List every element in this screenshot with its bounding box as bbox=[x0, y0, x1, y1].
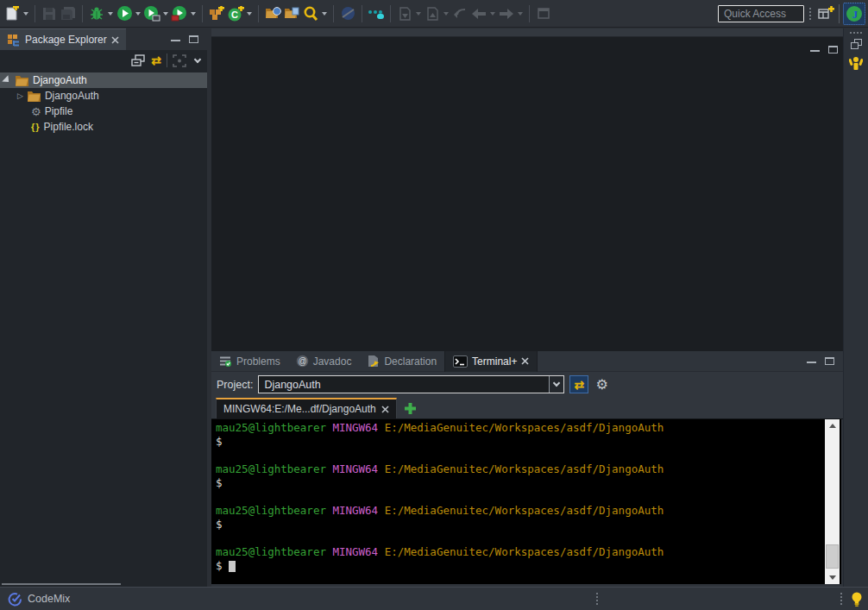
project-label: Project: bbox=[217, 379, 253, 391]
debug-button[interactable] bbox=[87, 3, 106, 25]
tree-row-djangoauth-sub[interactable]: ▷ DjangoAuth bbox=[0, 88, 207, 104]
previous-annotation-caret bbox=[443, 12, 449, 16]
horizontal-scrollbar[interactable] bbox=[2, 583, 121, 585]
terminal-launch-button[interactable] bbox=[367, 3, 386, 25]
terminal-cursor bbox=[229, 561, 236, 572]
search-button[interactable] bbox=[301, 3, 320, 25]
statusbar-drag-handle bbox=[840, 593, 842, 605]
terminal-scrollbar[interactable] bbox=[825, 419, 840, 584]
focus-icon bbox=[173, 54, 186, 67]
sync-arrows-icon: ⇄ bbox=[575, 379, 585, 391]
package-explorer-view: Package Explorer ⇄ bbox=[0, 28, 207, 587]
scrollbar-thumb[interactable] bbox=[826, 544, 839, 569]
new-terminal-button[interactable] bbox=[404, 402, 417, 415]
last-edit-location-button bbox=[450, 3, 469, 25]
tree-row-djangoauth[interactable]: DjangoAuth bbox=[0, 72, 207, 88]
open-resource-button[interactable] bbox=[282, 3, 301, 25]
profile-button[interactable] bbox=[170, 3, 189, 25]
project-tree: DjangoAuth ▷ DjangoAuth ⚙ Pipfile {} Pip… bbox=[0, 71, 207, 135]
minimize-view-icon[interactable] bbox=[171, 37, 180, 41]
prompt-user: mau25@lightbearer bbox=[216, 462, 326, 475]
maximize-editor-icon[interactable] bbox=[828, 46, 838, 53]
maximize-view-icon[interactable] bbox=[189, 35, 198, 43]
save-all-icon bbox=[60, 6, 76, 21]
prompt-path: E:/MediaGenuitec/Workspaces/asdf/DjangoA… bbox=[385, 421, 664, 434]
main-toolbar: C bbox=[0, 0, 868, 28]
terminal-launch-icon bbox=[368, 8, 385, 20]
tab-package-explorer[interactable]: Package Explorer bbox=[0, 28, 126, 50]
minimize-view-icon[interactable] bbox=[807, 359, 816, 363]
close-icon[interactable] bbox=[111, 36, 119, 44]
view-menu-icon[interactable] bbox=[194, 55, 201, 62]
new-class-button[interactable]: C bbox=[226, 3, 245, 25]
tree-row-pipfile-lock[interactable]: {} Pipfile.lock bbox=[0, 119, 207, 135]
open-resource-icon bbox=[284, 7, 300, 20]
svg-text:J: J bbox=[852, 8, 859, 21]
strip-drag-handle bbox=[850, 32, 862, 34]
profile-menu-caret[interactable] bbox=[191, 12, 196, 16]
run-button[interactable] bbox=[115, 3, 134, 25]
new-wizard-menu-caret[interactable] bbox=[23, 12, 28, 16]
search-menu-caret[interactable] bbox=[322, 12, 327, 16]
tab-javadoc[interactable]: @ Javadoc bbox=[288, 351, 360, 372]
prompt-symbol: $ bbox=[216, 559, 223, 572]
back-menu-caret bbox=[490, 12, 495, 16]
terminal-settings-button[interactable]: ⚙ bbox=[595, 378, 607, 392]
close-icon[interactable] bbox=[521, 357, 529, 365]
quick-access-input[interactable] bbox=[718, 5, 804, 22]
terminal-prompt-block: mau25@lightbearer MINGW64 E:/MediaGenuit… bbox=[216, 504, 841, 531]
run-menu-caret[interactable] bbox=[135, 12, 141, 16]
open-folder-icon bbox=[27, 90, 41, 102]
package-explorer-toolbar: ⇄ bbox=[0, 50, 207, 71]
save-button bbox=[40, 3, 59, 25]
back-icon bbox=[471, 8, 487, 20]
open-perspective-icon bbox=[818, 6, 834, 21]
new-java-project-icon bbox=[209, 6, 224, 21]
tab-problems[interactable]: Problems bbox=[211, 351, 288, 372]
web-browser-button[interactable] bbox=[338, 3, 357, 25]
link-with-editor-icon: ⇄ bbox=[151, 53, 161, 67]
tab-declaration[interactable]: Declaration bbox=[359, 351, 444, 372]
prompt-path: E:/MediaGenuitec/Workspaces/asdf/DjangoA… bbox=[385, 545, 664, 558]
gear-icon: ⚙ bbox=[31, 106, 41, 117]
close-icon[interactable] bbox=[381, 406, 389, 413]
link-with-editor-button[interactable]: ⇄ bbox=[151, 54, 161, 67]
terminal-prompt-block: mau25@lightbearer MINGW64 E:/MediaGenuit… bbox=[216, 462, 841, 490]
terminal-output[interactable]: mau25@lightbearer MINGW64 E:/MediaGenuit… bbox=[211, 419, 841, 584]
new-wizard-button[interactable] bbox=[3, 3, 22, 25]
save-icon bbox=[42, 7, 56, 21]
scroll-down-icon[interactable] bbox=[825, 571, 840, 584]
coverage-menu-caret[interactable] bbox=[163, 12, 168, 16]
plus-icon bbox=[404, 402, 417, 415]
debug-menu-caret[interactable] bbox=[108, 12, 113, 16]
terminal-session-tab[interactable]: MINGW64:E:/Me...df/DjangoAuth bbox=[216, 398, 397, 418]
lightbulb-icon[interactable] bbox=[851, 592, 863, 607]
collapse-arrow-icon[interactable]: ▷ bbox=[17, 92, 23, 100]
devstyle-person-icon[interactable] bbox=[849, 56, 863, 72]
minimize-editor-icon[interactable] bbox=[810, 47, 820, 52]
codemix-status-item[interactable]: CodeMix bbox=[0, 592, 70, 607]
next-annotation-icon bbox=[399, 7, 412, 21]
package-explorer-icon bbox=[7, 34, 21, 47]
tree-row-pipfile[interactable]: ⚙ Pipfile bbox=[0, 104, 207, 119]
open-folder-icon bbox=[15, 74, 29, 86]
expand-arrow-icon[interactable] bbox=[2, 75, 11, 85]
open-perspective-button[interactable] bbox=[816, 3, 835, 25]
editor-tabstrip bbox=[211, 28, 843, 37]
maximize-view-icon[interactable] bbox=[825, 357, 834, 365]
new-java-project-button[interactable] bbox=[207, 3, 226, 25]
open-type-button[interactable] bbox=[263, 3, 282, 25]
collapse-all-button[interactable] bbox=[131, 54, 146, 67]
new-class-menu-caret[interactable] bbox=[247, 12, 252, 16]
tab-javadoc-label: Javadoc bbox=[313, 355, 352, 368]
prompt-symbol: $ bbox=[216, 518, 841, 531]
restore-view-icon[interactable] bbox=[851, 39, 862, 49]
scroll-up-icon[interactable] bbox=[825, 419, 840, 432]
project-combo[interactable]: DjangoAuth bbox=[258, 375, 564, 393]
combo-dropdown-button[interactable] bbox=[549, 376, 563, 393]
previous-annotation-button bbox=[423, 3, 442, 25]
tab-terminal-plus[interactable]: Terminal+ bbox=[444, 351, 538, 372]
sync-project-toggle[interactable]: ⇄ bbox=[569, 375, 588, 393]
java-perspective-button[interactable]: J bbox=[843, 3, 865, 25]
coverage-button[interactable] bbox=[142, 3, 161, 25]
